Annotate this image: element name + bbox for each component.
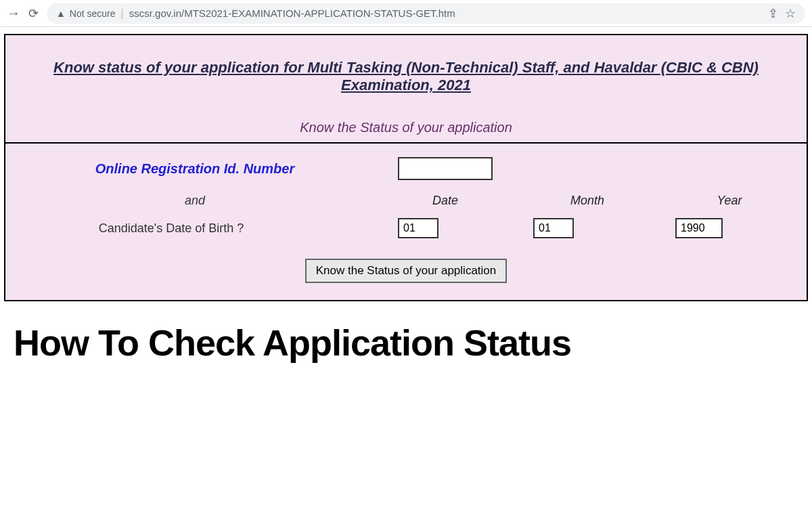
date-header: Date [398,194,493,208]
application-status-panel: Know status of your application for Mult… [4,34,808,301]
submit-status-button[interactable]: Know the Status of your application [305,259,508,283]
browser-toolbar: → ⟳ ▲ Not secure | sscsr.gov.in/MTS2021-… [0,0,812,27]
page-subtitle: Know the Status of your application [5,114,807,142]
forward-icon[interactable]: → [7,5,20,21]
reload-icon[interactable]: ⟳ [28,6,39,21]
month-header: Month [520,194,655,208]
bookmark-star-icon[interactable]: ☆ [785,6,796,21]
share-icon[interactable]: ⇪ [768,6,778,21]
registration-id-label: Online Registration Id. Number [32,161,357,177]
dob-month-input[interactable] [533,218,574,238]
address-bar[interactable]: ▲ Not secure | sscsr.gov.in/MTS2021-EXAM… [47,3,805,24]
security-label: Not secure [70,8,116,19]
page-title: Know status of your application for Mult… [5,35,807,114]
dob-date-input[interactable] [398,218,438,238]
year-header: Year [682,194,777,208]
warning-icon: ▲ [56,8,66,19]
url-text: sscsr.gov.in/MTS2021-EXAMINATION-APPLICA… [129,7,761,19]
dob-label: Candidate's Date of Birth ? [32,221,290,236]
dob-year-input[interactable] [675,218,723,238]
status-form: Online Registration Id. Number and Date … [5,142,807,300]
url-divider: | [121,7,124,20]
and-label: and [32,194,357,208]
article-heading: How To Check Application Status [0,301,812,384]
registration-id-input[interactable] [398,157,493,180]
